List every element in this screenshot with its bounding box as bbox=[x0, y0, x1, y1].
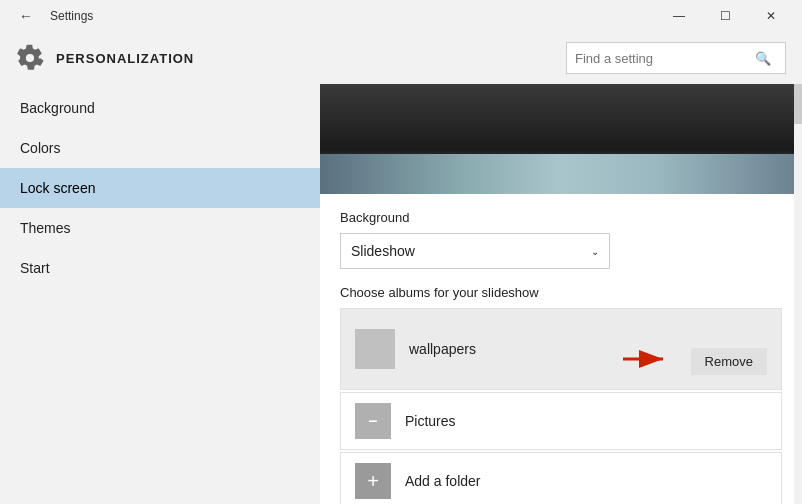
sidebar: Background Colors Lock screen Themes Sta… bbox=[0, 84, 320, 504]
album-list: wallpapers Remove bbox=[340, 308, 782, 390]
album-item-wallpapers[interactable]: wallpapers Remove bbox=[341, 309, 781, 389]
album-name-add-folder: Add a folder bbox=[405, 473, 481, 489]
album-thumbnail-wallpapers bbox=[355, 329, 395, 369]
slideshow-section-label: Choose albums for your slideshow bbox=[340, 285, 782, 300]
title-bar: ← Settings — ☐ ✕ bbox=[0, 0, 802, 32]
minus-icon: – bbox=[369, 412, 378, 430]
content-area: Background Slideshow ⌄ Choose albums for… bbox=[320, 84, 802, 504]
main-content: Background Colors Lock screen Themes Sta… bbox=[0, 84, 802, 504]
sidebar-item-label: Lock screen bbox=[20, 180, 95, 196]
dropdown-selected-value: Slideshow bbox=[351, 243, 415, 259]
page-title: PERSONALIZATION bbox=[56, 51, 194, 66]
search-input[interactable] bbox=[575, 51, 755, 66]
remove-button[interactable]: Remove bbox=[691, 348, 767, 375]
red-arrow-icon bbox=[621, 347, 671, 371]
close-button[interactable]: ✕ bbox=[748, 0, 794, 32]
add-folder-icon: + bbox=[355, 463, 391, 499]
sidebar-item-lockscreen[interactable]: Lock screen bbox=[0, 168, 320, 208]
sidebar-item-label: Start bbox=[20, 260, 50, 276]
back-button[interactable]: ← bbox=[12, 2, 40, 30]
background-type-dropdown[interactable]: Slideshow ⌄ bbox=[340, 233, 610, 269]
scrollbar-track[interactable] bbox=[794, 84, 802, 504]
sidebar-item-themes[interactable]: Themes bbox=[0, 208, 320, 248]
album-thumbnail-pictures: – bbox=[355, 403, 391, 439]
window-controls: — ☐ ✕ bbox=[656, 0, 794, 32]
album-name-pictures: Pictures bbox=[405, 413, 456, 429]
content-body: Background Slideshow ⌄ Choose albums for… bbox=[320, 194, 802, 504]
maximize-button[interactable]: ☐ bbox=[702, 0, 748, 32]
album-name-wallpapers: wallpapers bbox=[409, 341, 476, 357]
scrollbar-thumb[interactable] bbox=[794, 84, 802, 124]
album-item-pictures[interactable]: – Pictures bbox=[340, 392, 782, 450]
gear-icon bbox=[16, 44, 44, 72]
sidebar-item-background[interactable]: Background bbox=[0, 88, 320, 128]
sidebar-item-label: Colors bbox=[20, 140, 60, 156]
background-preview bbox=[320, 84, 802, 194]
search-box[interactable]: 🔍 bbox=[566, 42, 786, 74]
background-field-label: Background bbox=[340, 210, 782, 225]
chevron-down-icon: ⌄ bbox=[591, 246, 599, 257]
window-title: Settings bbox=[50, 9, 93, 23]
search-icon: 🔍 bbox=[755, 51, 771, 66]
minimize-button[interactable]: — bbox=[656, 0, 702, 32]
sidebar-item-start[interactable]: Start bbox=[0, 248, 320, 288]
sidebar-item-colors[interactable]: Colors bbox=[0, 128, 320, 168]
arrow-indicator bbox=[621, 347, 671, 371]
sidebar-item-label: Themes bbox=[20, 220, 71, 236]
sidebar-item-label: Background bbox=[20, 100, 95, 116]
album-item-add-folder[interactable]: + Add a folder bbox=[340, 452, 782, 504]
app-header: PERSONALIZATION 🔍 bbox=[0, 32, 802, 84]
